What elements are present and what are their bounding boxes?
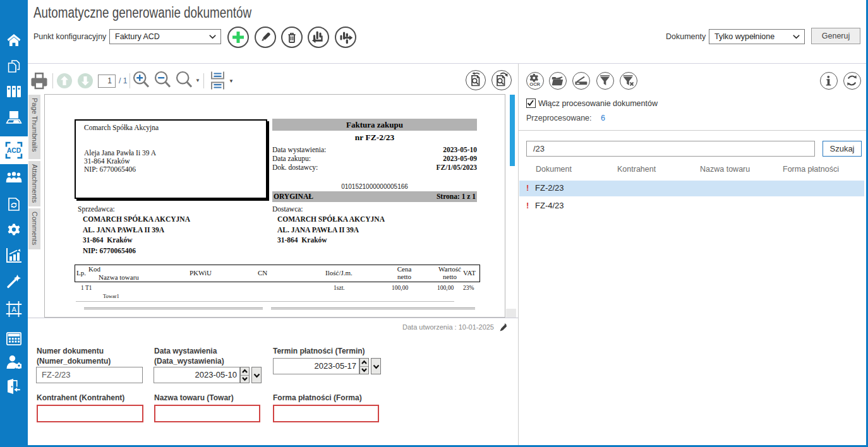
svg-text:A: A <box>12 306 17 313</box>
svg-text:ACD: ACD <box>7 146 21 154</box>
svg-text:OCR: OCR <box>529 81 540 87</box>
